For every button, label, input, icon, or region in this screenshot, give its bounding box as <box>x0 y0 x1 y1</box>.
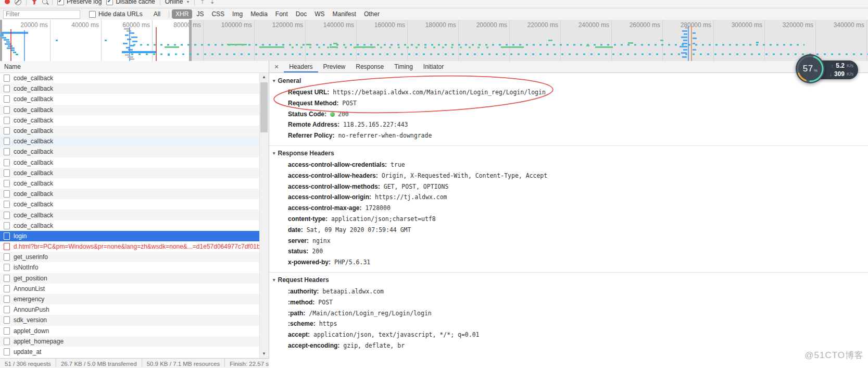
request-row[interactable]: emergency <box>0 294 260 304</box>
document-icon <box>4 285 10 292</box>
name-column-header[interactable]: Name <box>0 61 269 73</box>
section-title[interactable]: ▾Response Headers <box>269 148 868 160</box>
request-row[interactable]: applet_homepage <box>0 336 260 347</box>
summary-item: 51 / 306 requests <box>0 359 56 367</box>
request-row[interactable]: code_callback <box>0 83 260 94</box>
checkbox-icon[interactable] <box>57 0 64 5</box>
tab-initiator[interactable]: Initiator <box>418 62 449 72</box>
request-row[interactable]: isNotInfo <box>0 262 260 273</box>
document-icon <box>4 306 10 313</box>
checkbox-icon[interactable] <box>106 0 113 5</box>
request-row[interactable]: code_callback <box>0 94 260 104</box>
filter-chip-img[interactable]: Img <box>229 9 246 19</box>
filter-input[interactable] <box>3 10 80 19</box>
filter-chip-media[interactable]: Media <box>247 9 271 19</box>
export-har-icon[interactable]: ⇣ <box>209 0 215 4</box>
request-row[interactable]: code_callback <box>0 189 260 199</box>
header-key: accept-encoding: <box>288 342 339 349</box>
filter-chip-all[interactable]: All <box>150 9 164 19</box>
document-icon <box>4 148 10 155</box>
preserve-log-checkbox[interactable]: Preserve log <box>57 0 102 5</box>
request-row[interactable]: code_callback <box>0 136 260 146</box>
headers-section: ▾GeneralRequest URL:https://betaapi.aldw… <box>269 76 868 143</box>
summary-item: 26.7 KB / 5.0 MB transferred <box>56 359 142 367</box>
header-line: content-type:application/json;charset=ut… <box>269 214 868 225</box>
tab-headers[interactable]: Headers <box>284 62 318 72</box>
request-name: code_callback <box>14 148 53 155</box>
download-speed: 309 <box>834 70 845 78</box>
request-row[interactable]: login <box>0 231 260 241</box>
request-row[interactable]: code_callback <box>0 210 260 220</box>
document-icon <box>4 75 10 82</box>
upload-speed: 5.2 <box>836 62 845 69</box>
request-name: code_callback <box>14 201 53 208</box>
header-key: access-control-allow-methods: <box>288 183 380 190</box>
checkbox-icon[interactable] <box>89 11 96 18</box>
record-button[interactable] <box>5 0 10 4</box>
request-name: d.html?br=PC&pm=Windows&pr=none&lang=zh&… <box>14 243 260 250</box>
filter-chip-css[interactable]: CSS <box>208 9 228 19</box>
request-row[interactable]: code_callback <box>0 178 260 189</box>
document-icon <box>4 117 10 124</box>
document-icon <box>4 264 10 271</box>
filter-chip-doc[interactable]: Doc <box>292 9 310 19</box>
request-row[interactable]: applet_down <box>0 326 260 336</box>
request-row[interactable]: sdk_version <box>0 315 260 325</box>
header-line: accept:application/json, text/javascript… <box>269 329 868 340</box>
request-row[interactable]: code_callback <box>0 199 260 210</box>
requests-scrollbar[interactable]: ▲ ▼ <box>259 73 269 358</box>
header-value: true <box>391 161 405 168</box>
filter-chip-other[interactable]: Other <box>360 9 383 19</box>
section-title[interactable]: ▾General <box>269 76 868 87</box>
request-row[interactable]: code_callback <box>0 157 260 168</box>
summary-item: 50.9 KB / 7.1 MB resources <box>142 359 225 367</box>
request-row[interactable]: code_callback <box>0 73 260 83</box>
timeline-overview[interactable]: 20000 ms40000 ms60000 ms80000 ms100000 m… <box>0 20 868 62</box>
header-key: :authority: <box>288 288 319 295</box>
request-row[interactable]: AnnounList <box>0 284 260 294</box>
request-row[interactable]: code_callback <box>0 105 260 115</box>
throttling-dropdown[interactable]: Online ▼ <box>165 0 190 5</box>
resource-type-filters: AllXHRJSCSSImgMediaFontDocWSManifestOthe… <box>150 9 383 19</box>
request-row[interactable]: d.html?br=PC&pm=Windows&pr=none&lang=zh&… <box>0 241 260 252</box>
request-row[interactable]: update_at <box>0 347 260 357</box>
request-row[interactable]: AnnounPush <box>0 304 260 315</box>
header-key: access-control-allow-origin: <box>288 193 371 201</box>
details-tab-bar: × HeadersPreviewResponseTimingInitiator <box>269 61 868 73</box>
scroll-up-icon[interactable]: ▲ <box>260 73 268 81</box>
scroll-down-icon[interactable]: ▼ <box>260 350 268 358</box>
header-line: Status Code:200 <box>269 109 868 120</box>
request-row[interactable]: get_position <box>0 273 260 284</box>
header-value: /Main/action/Login_reg/Login/login <box>309 310 431 317</box>
tab-response[interactable]: Response <box>350 62 389 72</box>
request-row[interactable]: code_callback <box>0 146 260 157</box>
section-title[interactable]: ▾Request Headers <box>269 275 868 286</box>
scrollbar-thumb[interactable] <box>260 82 268 132</box>
tab-timing[interactable]: Timing <box>389 62 418 72</box>
request-row[interactable]: get_userinfo <box>0 252 260 262</box>
filter-chip-xhr[interactable]: XHR <box>172 9 192 19</box>
filter-chip-font[interactable]: Font <box>272 9 292 19</box>
throttling-value: Online <box>165 0 183 5</box>
search-icon[interactable] <box>42 0 47 4</box>
request-name: code_callback <box>14 117 53 124</box>
filter-icon[interactable] <box>31 0 37 5</box>
filter-chip-js[interactable]: JS <box>193 9 207 19</box>
filter-chip-manifest[interactable]: Manifest <box>329 9 360 19</box>
import-har-icon[interactable]: ⇡ <box>199 0 205 4</box>
header-value: POST <box>342 100 357 107</box>
tab-preview[interactable]: Preview <box>318 62 351 72</box>
close-icon[interactable]: × <box>269 62 284 72</box>
request-row[interactable]: code_callback <box>0 168 260 178</box>
request-name: get_userinfo <box>14 253 48 261</box>
hide-data-urls-checkbox[interactable]: Hide data URLs <box>89 10 143 18</box>
request-name: code_callback <box>14 212 53 219</box>
request-row[interactable]: code_callback <box>0 115 260 126</box>
disable-cache-checkbox[interactable]: Disable cache <box>106 0 155 5</box>
request-row[interactable]: code_callback <box>0 126 260 136</box>
speed-gauge-widget[interactable]: ↑ 5.2 K/s ↓ 309 K/s 57% <box>796 54 863 84</box>
request-row[interactable]: code_callback <box>0 220 260 231</box>
clear-button[interactable] <box>15 0 21 5</box>
filter-chip-ws[interactable]: WS <box>311 9 328 19</box>
toolbar-divider <box>160 0 160 5</box>
